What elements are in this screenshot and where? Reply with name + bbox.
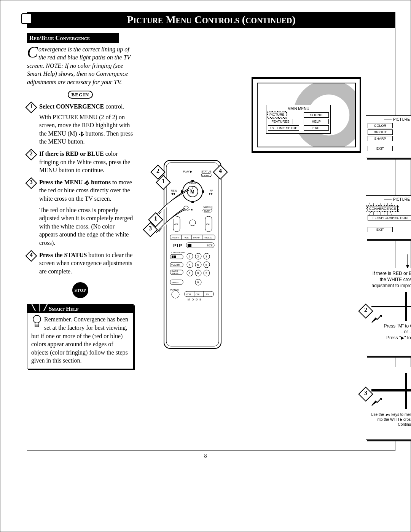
menu-item-exit: EXIT bbox=[304, 125, 329, 131]
svg-text:0: 0 bbox=[197, 281, 199, 284]
main-menu-panel: MAIN MENU PICTURE SOUND FEATURES HELP 1S… bbox=[266, 105, 331, 134]
bulb-icon bbox=[31, 314, 43, 329]
section-icon bbox=[21, 13, 32, 24]
convergence-screen-1: If there is RED or BLUE fringe on the WH… bbox=[366, 268, 411, 356]
svg-rect-50 bbox=[172, 256, 174, 258]
svg-text:3: 3 bbox=[206, 255, 207, 258]
menu-item-convergence: CONVERGENCE bbox=[368, 206, 398, 211]
dropcap: C bbox=[27, 45, 38, 59]
step-2: 2 If there is RED or BLUE color fringing… bbox=[27, 150, 134, 174]
menu-item-setup: 1ST TIME SETUP bbox=[268, 125, 299, 131]
step-4: 4 Press the STATUS button to clear the s… bbox=[27, 251, 134, 276]
smart-help-header: ╲ │ ╱ Smart Help bbox=[27, 305, 133, 313]
svg-text:SMART: SMART bbox=[172, 281, 180, 284]
svg-text:VCR: VCR bbox=[186, 293, 191, 296]
svg-text:4: 4 bbox=[189, 263, 191, 267]
svg-text:POS: POS bbox=[184, 236, 189, 239]
svg-text:SLEEP: SLEEP bbox=[172, 272, 178, 275]
svg-text:6: 6 bbox=[206, 263, 207, 267]
intro-text: Convergence is the correct lining up of … bbox=[27, 45, 134, 86]
svg-text:STATUS: STATUS bbox=[201, 170, 212, 173]
menu-item-picture: PICTURE bbox=[268, 112, 286, 117]
svg-text:5: 5 bbox=[197, 263, 199, 267]
page-title: Picture Menu Controls (continued) bbox=[27, 12, 395, 28]
menu-item-features: FEATURES bbox=[268, 119, 293, 124]
svg-text:8: 8 bbox=[197, 272, 199, 275]
svg-text:1: 1 bbox=[189, 255, 191, 258]
svg-point-0 bbox=[33, 315, 41, 323]
svg-rect-1 bbox=[35, 323, 39, 327]
svg-text:FF: FF bbox=[210, 189, 213, 192]
stop-badge: STOP bbox=[72, 282, 88, 298]
picture-menu-2: PICTURE MENU ╲ │ │ │ │ │ ╱ CONVERGENCE ╱… bbox=[366, 195, 411, 239]
picture-menu-1: PICTURE MENU COLORTINT BRIGHTPICTURE SHA… bbox=[366, 115, 411, 158]
nav-arrows-icon bbox=[79, 131, 84, 137]
svg-text:PIP: PIP bbox=[173, 243, 182, 248]
remote-illustration: PLAY ▶ STATUS LIGHT REW ◀◀ FF ▶▶ M MENU bbox=[156, 157, 229, 351]
smart-help-box: ╲ │ ╱ Smart Help Remember. Convergence h… bbox=[27, 304, 134, 369]
nav-arrows-icon bbox=[84, 180, 89, 185]
svg-text:CBL: CBL bbox=[196, 293, 200, 296]
step-1: 1 Select CONVERGENCE control. With PICTU… bbox=[27, 102, 134, 146]
svg-text:POWER: POWER bbox=[170, 289, 179, 291]
svg-rect-51 bbox=[174, 256, 176, 258]
menu-item-sound: SOUND bbox=[304, 112, 329, 118]
left-column: Red/Blue Convergence Convergence is the … bbox=[27, 32, 137, 443]
begin-pill: BEGIN bbox=[68, 91, 93, 99]
svg-text:PAUSE‖: PAUSE‖ bbox=[203, 206, 213, 209]
svg-text:ON/OFF: ON/OFF bbox=[171, 236, 180, 239]
tv-illustration: MAIN MENU PICTURE SOUND FEATURES HELP 1S… bbox=[252, 77, 361, 153]
svg-text:SIZE: SIZE bbox=[207, 244, 213, 247]
svg-text:2: 2 bbox=[197, 255, 199, 258]
svg-text:LIGHT: LIGHT bbox=[202, 174, 209, 177]
svg-text:TV: TV bbox=[206, 293, 209, 296]
svg-point-88 bbox=[188, 186, 193, 189]
svg-text:7: 7 bbox=[189, 272, 191, 275]
svg-text:SWAP: SWAP bbox=[193, 236, 199, 239]
section-header: Red/Blue Convergence bbox=[27, 33, 119, 43]
step-3: 3 Press the MENU buttons to move the red… bbox=[27, 178, 134, 247]
svg-point-79 bbox=[172, 291, 179, 298]
svg-text:MODE: MODE bbox=[188, 298, 203, 301]
svg-text:2 TUNER PIP: 2 TUNER PIP bbox=[171, 251, 185, 254]
svg-text:TV/VCR: TV/VCR bbox=[171, 264, 180, 266]
svg-text:SURF: SURF bbox=[204, 210, 210, 212]
svg-text:9: 9 bbox=[206, 272, 207, 275]
svg-rect-46 bbox=[188, 244, 191, 247]
page-number: 8 bbox=[16, 453, 395, 459]
svg-text:PLAY ▶: PLAY ▶ bbox=[183, 170, 193, 173]
svg-text:CH: CH bbox=[206, 223, 210, 225]
svg-text:▶▶: ▶▶ bbox=[209, 192, 213, 195]
svg-point-89 bbox=[184, 206, 188, 209]
svg-text:FREEZE: FREEZE bbox=[204, 236, 212, 239]
menu-item-help: HELP bbox=[304, 119, 329, 124]
illustration-area: MAIN MENU PICTURE SOUND FEATURES HELP 1S… bbox=[137, 32, 395, 443]
